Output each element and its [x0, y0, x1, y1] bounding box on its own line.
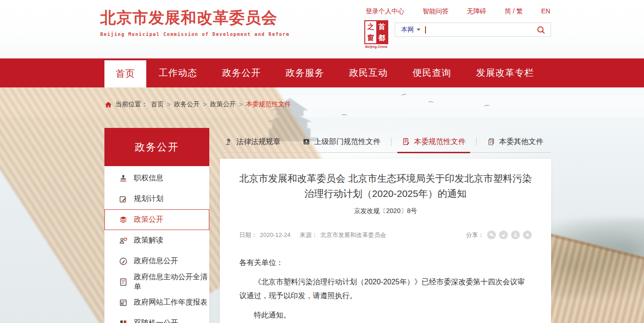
article-title: 北京市发展和改革委员会 北京市生态环境局关于印发北京市塑料污染治理行动计划（20…	[239, 171, 532, 201]
tab-commission-other-docs[interactable]: 本委其他文件	[487, 131, 543, 152]
right-trees	[538, 219, 644, 297]
main-nav: 首页 工作动态 政务公开 政务服务 政民互动 便民查询 发展改革专栏	[0, 58, 644, 87]
breadcrumb-prefix: 当前位置：	[115, 100, 148, 109]
sidebar-item-gov-info-disclosure[interactable]: 政府信息公开	[104, 251, 209, 271]
list-doc-icon	[119, 277, 128, 287]
search-scope-label: 本网	[401, 26, 414, 34]
page: 北京市发展和改革委员会 Beijing Municipal Commission…	[0, 0, 644, 323]
pen-circle-icon	[119, 257, 128, 266]
chevron-down-icon	[417, 29, 420, 31]
report-table-icon	[119, 298, 128, 307]
qzone-share-icon[interactable]	[523, 231, 532, 239]
search-scope-dropdown[interactable]: 本网	[401, 26, 420, 34]
wechat-share-icon[interactable]	[487, 231, 496, 239]
date-label: 日期：	[239, 231, 257, 238]
sidebar-item-policy-interpretation[interactable]: 政策解读	[104, 230, 209, 251]
layers-icon	[119, 215, 128, 225]
notice-line: 特此通知。	[239, 308, 532, 322]
top-utility-links: 登录个人中心 智能问答 无障碍 简 / 繁 EN	[366, 7, 550, 16]
simplified-traditional-link[interactable]: 简 / 繁	[505, 7, 523, 16]
grid-icon	[119, 319, 128, 323]
capital-window-seal-logo[interactable]: 之 首 窗 都 Beijing-China	[363, 20, 390, 48]
doc-copy-icon	[487, 138, 495, 146]
article-meta: 日期：2020-12-24 来源：北京市发展和改革委员会 分享：	[239, 231, 532, 239]
body-paragraph: 《北京市塑料污染治理行动计划（2020-2025年）》已经市委深改委第十四次会议…	[239, 275, 532, 303]
discussion-icon	[119, 236, 128, 245]
content-area: 当前位置： 首页 > 政务公开 > 政策公开 > 本委规范性文件 政务公开 职权…	[0, 87, 644, 323]
smart-qa-link[interactable]: 智能问答	[423, 7, 448, 16]
sidebar: 政务公开 职权信息 规划计划	[104, 128, 209, 323]
sidebar-item-proactive-disclosure-list[interactable]: 政府信息主动公开全清单	[104, 271, 209, 292]
site-header: 北京市发展和改革委员会 Beijing Municipal Commission…	[0, 0, 644, 58]
breadcrumb: 当前位置： 首页 > 政务公开 > 政策公开 > 本委规范性文件	[104, 100, 291, 109]
law-icon	[224, 138, 233, 146]
edit-note-icon	[119, 195, 128, 204]
source-label: 来源：	[299, 231, 317, 238]
site-title-en: Beijing Municipal Commission of Developm…	[100, 32, 290, 37]
tab-laws-regulations[interactable]: 法律法规规章	[224, 131, 281, 152]
accessibility-link[interactable]: 无障碍	[467, 7, 486, 16]
article-body: 各有关单位： 《北京市塑料污染治理行动计划（2020-2025年）》已经市委深改…	[239, 256, 532, 323]
share-label: 分享：	[466, 231, 484, 239]
home-icon	[104, 101, 112, 109]
breadcrumb-current: 本委规范性文件	[246, 100, 291, 109]
share-bar: 分享：	[466, 231, 532, 239]
stamp-icon	[119, 174, 128, 183]
nav-item-gov-services[interactable]: 政务服务	[273, 58, 337, 87]
nav-item-home[interactable]: 首页	[104, 60, 146, 87]
nav-item-ndrc-special[interactable]: 发展改革专栏	[464, 58, 546, 87]
document-number: 京发改规〔2020〕8号	[239, 207, 532, 215]
site-search: 本网	[395, 23, 551, 37]
search-button[interactable]	[536, 25, 546, 35]
search-input[interactable]	[426, 24, 536, 35]
article-date-source: 日期：2020-12-24 来源：北京市发展和改革委员会	[239, 231, 393, 239]
nav-item-public-interaction[interactable]: 政民互动	[337, 58, 400, 87]
sidebar-item-double-random-disclosure[interactable]: 双随机一公开	[104, 313, 209, 323]
seal-caption: Beijing-China	[363, 45, 390, 48]
breadcrumb-gov-disclosure[interactable]: 政务公开	[174, 100, 200, 109]
search-icon	[536, 25, 546, 35]
document-tabs: 法律法规规章 上级部门规范性文件 本委规范性文件	[220, 131, 551, 153]
doc-edit-icon	[402, 138, 410, 146]
sidebar-item-planning[interactable]: 规划计划	[104, 189, 209, 209]
article-card: 北京市发展和改革委员会 北京市生态环境局关于印发北京市塑料污染治理行动计划（20…	[220, 159, 551, 323]
breadcrumb-home[interactable]: 首页	[151, 100, 164, 109]
salutation: 各有关单位：	[239, 256, 532, 270]
qq-share-icon[interactable]	[511, 231, 520, 239]
seal-icon: 之 首 窗 都	[364, 20, 388, 44]
tab-commission-normative-docs[interactable]: 本委规范性文件	[402, 131, 466, 152]
weibo-share-icon[interactable]	[499, 231, 508, 239]
breadcrumb-policy-disclosure[interactable]: 政策公开	[210, 100, 236, 109]
sidebar-title: 政务公开	[104, 128, 209, 166]
sidebar-item-authority-info[interactable]: 职权信息	[104, 168, 209, 189]
site-title: 北京市发展和改革委员会	[100, 7, 290, 29]
sidebar-menu: 职权信息 规划计划 政策公开	[104, 166, 209, 323]
english-link[interactable]: EN	[541, 7, 550, 16]
nav-item-gov-disclosure[interactable]: 政务公开	[210, 58, 273, 87]
sidebar-item-policy-disclosure[interactable]: 政策公开	[104, 209, 209, 230]
inbox-icon	[302, 138, 310, 146]
nav-item-convenience-inquiry[interactable]: 便民查询	[400, 58, 464, 87]
article-date: 2020-12-24	[260, 231, 291, 238]
article-source: 北京市发展和改革委员会	[320, 231, 386, 238]
tab-superior-normative-docs[interactable]: 上级部门规范性文件	[302, 131, 380, 152]
nav-item-work-news[interactable]: 工作动态	[146, 58, 210, 87]
site-logo[interactable]: 北京市发展和改革委员会 Beijing Municipal Commission…	[100, 7, 290, 37]
sidebar-item-website-annual-report[interactable]: 政府网站工作年度报表	[104, 292, 209, 313]
login-personal-center-link[interactable]: 登录个人中心	[366, 7, 404, 16]
